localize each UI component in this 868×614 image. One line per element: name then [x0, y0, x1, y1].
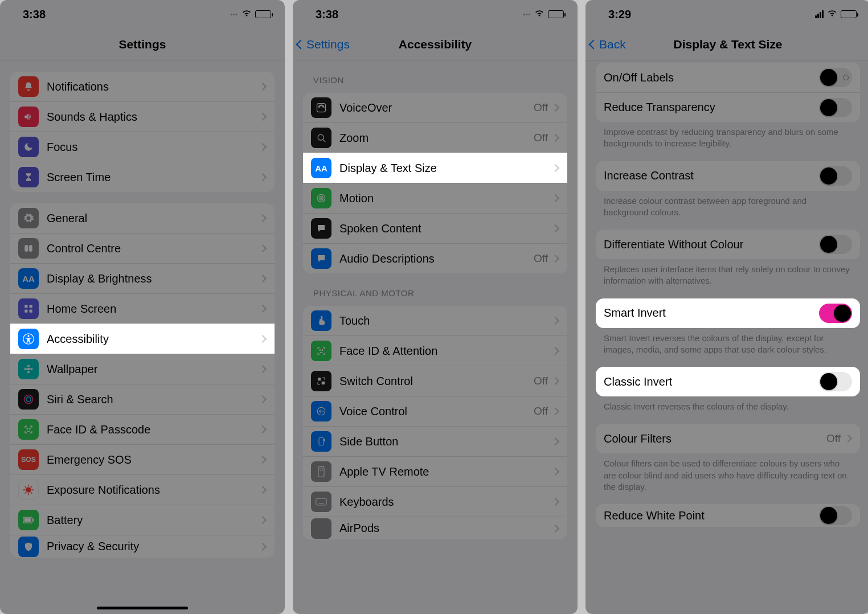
- row-privacy[interactable]: Privacy & Security: [10, 535, 275, 558]
- row-battery[interactable]: Battery: [10, 505, 275, 535]
- row-notifications[interactable]: Notifications: [10, 72, 275, 101]
- row-control-centre[interactable]: Control Centre: [10, 233, 275, 263]
- row-airpods[interactable]: AirPods: [303, 517, 567, 539]
- speaker-icon: [18, 107, 39, 127]
- row-switch-control[interactable]: Switch ControlOff: [303, 366, 567, 396]
- row-screentime[interactable]: Screen Time: [10, 162, 275, 192]
- page-title: Settings: [119, 38, 166, 51]
- remote-icon: [311, 461, 331, 482]
- row-zoom[interactable]: ZoomOff: [303, 122, 567, 153]
- hand-icon: [18, 537, 39, 557]
- row-label: Wallpaper: [47, 363, 260, 376]
- classic-invert-toggle[interactable]: [819, 372, 852, 391]
- svg-line-26: [31, 486, 32, 488]
- row-faceid-attention[interactable]: Face ID & Attention: [303, 335, 567, 366]
- row-appletv-remote[interactable]: Apple TV Remote: [303, 456, 567, 486]
- status-bar: 3:38 •••: [0, 0, 285, 28]
- svg-point-37: [321, 257, 322, 259]
- row-label: Face ID & Passcode: [47, 423, 260, 436]
- switch-icon: [311, 371, 331, 391]
- chevron-icon: [551, 377, 559, 385]
- phone-display-text-size: 3:29 Back Display & Text Size On/Off Lab…: [586, 0, 868, 614]
- row-home-screen[interactable]: Home Screen: [10, 293, 275, 324]
- row-increase-contrast[interactable]: Increase Contrast: [596, 161, 860, 191]
- chevron-icon: [259, 486, 267, 494]
- chevron-icon: [259, 305, 267, 313]
- svg-point-43: [317, 407, 325, 415]
- text-size-icon: AA: [311, 158, 331, 178]
- row-voiceover[interactable]: VoiceOverOff: [303, 93, 567, 122]
- row-sos[interactable]: SOSEmergency SOS: [10, 444, 275, 474]
- svg-rect-42: [322, 382, 325, 384]
- group-onoff-trans: On/Off Labels Reduce Transparency: [596, 63, 860, 122]
- row-colour-filters[interactable]: Colour Filters Off: [596, 424, 860, 453]
- settings-list[interactable]: Notifications Sounds & Haptics Focus Scr…: [0, 60, 285, 614]
- chevron-icon: [551, 194, 559, 202]
- wifi-icon: [241, 9, 252, 19]
- row-general[interactable]: General: [10, 203, 275, 233]
- row-spoken-content[interactable]: Spoken Content: [303, 213, 567, 243]
- display-text-list[interactable]: On/Off Labels Reduce Transparency Improv…: [586, 60, 868, 614]
- chevron-icon: [259, 244, 267, 252]
- row-label: Spoken Content: [339, 222, 552, 235]
- row-classic-invert[interactable]: Classic Invert: [596, 367, 860, 396]
- nav-bar: Settings Accessibility: [293, 28, 578, 60]
- face-icon: [18, 419, 39, 440]
- gear-icon: [18, 208, 39, 228]
- status-time: 3:38: [23, 8, 46, 21]
- row-voice-control[interactable]: Voice ControlOff: [303, 396, 567, 426]
- row-onoff-labels[interactable]: On/Off Labels: [596, 63, 860, 92]
- row-keyboards[interactable]: Keyboards: [303, 486, 567, 517]
- accessibility-list[interactable]: VISION VoiceOverOff ZoomOff AADisplay & …: [293, 60, 578, 614]
- row-label: Voice Control: [339, 405, 534, 418]
- chevron-icon: [551, 407, 559, 415]
- group-diff-colour: Differentiate Without Colour: [596, 230, 860, 259]
- row-smart-invert[interactable]: Smart Invert: [596, 298, 860, 328]
- chevron-icon: [259, 173, 267, 181]
- row-sounds[interactable]: Sounds & Haptics: [10, 101, 275, 132]
- row-wallpaper[interactable]: Wallpaper: [10, 354, 275, 384]
- svg-line-23: [25, 486, 27, 488]
- reduce-white-toggle[interactable]: [819, 506, 852, 525]
- chevron-icon: [551, 164, 559, 172]
- back-button[interactable]: Back: [590, 38, 626, 51]
- row-diff-colour[interactable]: Differentiate Without Colour: [596, 230, 860, 259]
- recording-dots: •••: [523, 11, 531, 18]
- svg-point-9: [27, 368, 30, 371]
- row-faceid[interactable]: Face ID & Passcode: [10, 414, 275, 444]
- row-value: Off: [534, 252, 548, 265]
- row-motion[interactable]: Motion: [303, 183, 567, 213]
- row-label: Sounds & Haptics: [47, 110, 260, 124]
- bell-icon: [18, 76, 39, 97]
- increase-contrast-toggle[interactable]: [819, 166, 852, 186]
- row-touch[interactable]: Touch: [303, 306, 567, 335]
- reduce-transparency-toggle[interactable]: [819, 98, 852, 117]
- svg-point-35: [321, 198, 322, 199]
- svg-point-13: [30, 368, 33, 371]
- exposure-icon: [18, 480, 39, 500]
- onoff-labels-toggle[interactable]: [819, 68, 852, 87]
- row-label: Battery: [47, 514, 260, 527]
- row-exposure[interactable]: Exposure Notifications: [10, 474, 275, 505]
- row-display-brightness[interactable]: AADisplay & Brightness: [10, 263, 275, 293]
- footer-classic-invert: Classic Invert reverses the colours of t…: [604, 401, 852, 412]
- group-reduce-white: Reduce White Point: [596, 504, 860, 527]
- row-accessibility[interactable]: Accessibility: [10, 324, 275, 354]
- back-button[interactable]: Settings: [297, 38, 350, 51]
- svg-point-8: [27, 335, 29, 337]
- row-reduce-white[interactable]: Reduce White Point: [596, 504, 860, 527]
- row-siri[interactable]: Siri & Search: [10, 384, 275, 414]
- svg-line-32: [323, 140, 325, 142]
- differentiate-colour-toggle[interactable]: [819, 235, 852, 254]
- row-reduce-transparency[interactable]: Reduce Transparency: [596, 92, 860, 122]
- home-indicator[interactable]: [97, 607, 188, 609]
- row-display-text-size[interactable]: AADisplay & Text Size: [303, 153, 567, 183]
- smart-invert-toggle[interactable]: [819, 304, 852, 323]
- status-indicators: [815, 9, 857, 19]
- row-focus[interactable]: Focus: [10, 132, 275, 162]
- row-side-button[interactable]: Side Button: [303, 426, 567, 456]
- row-audio-descriptions[interactable]: Audio DescriptionsOff: [303, 243, 567, 273]
- audio-desc-icon: [311, 248, 331, 269]
- siri-icon: [18, 389, 39, 410]
- text-size-icon: AA: [18, 268, 39, 289]
